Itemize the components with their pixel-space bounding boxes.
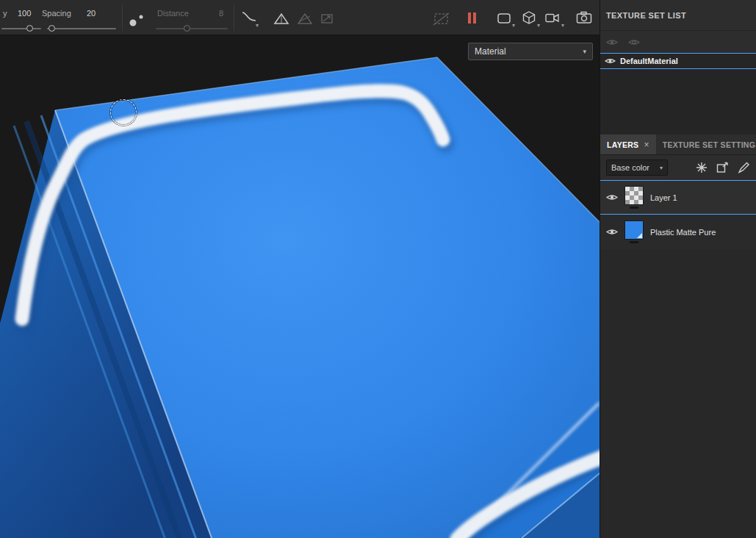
texture-set-list-toolbar xyxy=(600,31,756,53)
chevron-down-icon: ▾ xyxy=(660,165,663,171)
tab-texture-set-settings[interactable]: TEXTURE SET SETTINGS xyxy=(656,134,756,154)
tab-layers-label: LAYERS xyxy=(607,140,638,149)
layers-empty-area xyxy=(600,249,756,538)
layer-row-layer-1[interactable]: Layer 1 xyxy=(600,180,756,215)
brush-tip-dots-icon[interactable] xyxy=(126,12,148,29)
distance-slider-knob[interactable] xyxy=(184,25,190,32)
chevron-down-icon[interactable]: ▾ xyxy=(512,23,515,29)
right-panel: TEXTURE SET LIST DefaultMaterial LAYERS … xyxy=(600,0,756,538)
texture-set-list-empty-area xyxy=(600,69,756,134)
texture-set-list-title: TEXTURE SET LIST xyxy=(606,11,686,20)
plane-view-icon[interactable] xyxy=(497,12,511,24)
layer-mode-indicator xyxy=(630,207,638,209)
opacity-slider-knob[interactable] xyxy=(26,25,33,32)
opacity-label: y xyxy=(3,9,7,18)
falloff-curve-icon[interactable] xyxy=(241,10,257,24)
layer-visibility-eye-icon[interactable] xyxy=(606,228,618,236)
panel-tab-bar: LAYERS × TEXTURE SET SETTINGS xyxy=(600,134,756,155)
toolbar-divider xyxy=(122,4,123,31)
brush-cursor xyxy=(110,99,137,126)
spacing-value: 20 xyxy=(87,9,96,18)
eye-icon[interactable] xyxy=(606,38,618,46)
viewport-3d[interactable]: Material ▾ xyxy=(0,35,600,538)
visibility-eye-icon[interactable] xyxy=(605,57,616,65)
screenshot-camera-icon[interactable] xyxy=(576,11,592,24)
paint-brush-icon[interactable] xyxy=(738,162,750,173)
distance-slider[interactable] xyxy=(156,28,228,29)
cube-view-icon[interactable] xyxy=(522,10,536,25)
chevron-down-icon[interactable]: ▾ xyxy=(256,23,259,29)
layer-row-plastic-matte-pure[interactable]: Plastic Matte Pure xyxy=(600,215,756,249)
close-icon[interactable]: × xyxy=(644,140,649,150)
distance-label: Distance xyxy=(157,9,189,18)
chevron-down-icon[interactable]: ▾ xyxy=(537,23,540,29)
chevron-down-icon: ▾ xyxy=(583,48,586,55)
camera-view-icon[interactable] xyxy=(545,13,560,23)
add-effect-icon[interactable] xyxy=(696,162,708,173)
eye-outline-icon[interactable] xyxy=(628,38,640,46)
tab-layers[interactable]: LAYERS × xyxy=(600,134,656,154)
texture-set-name: DefaultMaterial xyxy=(620,57,678,65)
opacity-slider[interactable] xyxy=(1,28,41,29)
channel-select[interactable]: Base color ▾ xyxy=(606,159,668,176)
layers-toolbar: Base color ▾ xyxy=(600,155,756,180)
transform-icon[interactable] xyxy=(320,13,335,24)
brush-toolbar: y 100 Spacing 20 Distance 8 ▾ xyxy=(0,0,600,35)
tab-texture-set-settings-label: TEXTURE SET SETTINGS xyxy=(663,140,756,149)
symmetry-triangle-icon[interactable] xyxy=(273,12,289,25)
spacing-label: Spacing xyxy=(42,9,71,18)
layer-mode-indicator xyxy=(630,241,638,243)
layer-name: Plastic Matte Pure xyxy=(650,228,716,237)
model-render[interactable] xyxy=(0,35,600,538)
layer-thumbnail-material[interactable] xyxy=(624,220,644,240)
substance-painter-window: y 100 Spacing 20 Distance 8 ▾ xyxy=(0,0,756,538)
spacing-slider-knob[interactable] xyxy=(48,25,55,32)
chevron-down-icon[interactable]: ▾ xyxy=(561,23,564,29)
mirror-triangle-icon[interactable] xyxy=(297,12,313,25)
layer-name: Layer 1 xyxy=(650,193,677,202)
pause-engine-icon[interactable] xyxy=(467,12,478,24)
shader-mode-value: Material xyxy=(475,46,506,57)
distance-value: 8 xyxy=(219,9,223,18)
texture-set-list-header: TEXTURE SET LIST xyxy=(600,0,756,31)
texture-set-item-defaultmaterial[interactable]: DefaultMaterial xyxy=(600,53,756,69)
spacing-slider[interactable] xyxy=(47,28,116,29)
shader-mode-select[interactable]: Material ▾ xyxy=(468,43,593,60)
selection-mask-icon[interactable] xyxy=(432,12,451,26)
layer-visibility-eye-icon[interactable] xyxy=(606,193,618,201)
channel-select-value: Base color xyxy=(611,163,649,172)
layer-thumbnail-transparent[interactable] xyxy=(624,186,644,205)
opacity-value: 100 xyxy=(18,9,31,18)
toolbar-divider xyxy=(234,4,234,31)
add-fill-layer-icon[interactable] xyxy=(716,162,729,173)
